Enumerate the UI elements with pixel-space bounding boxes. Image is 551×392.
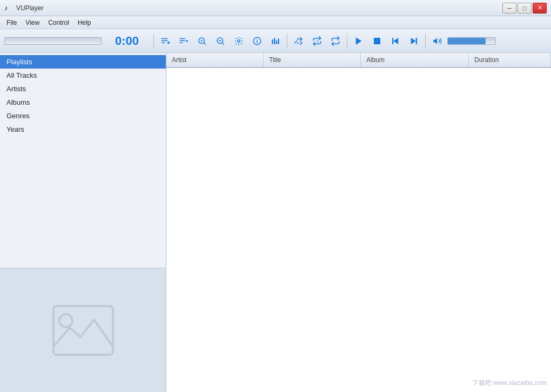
svg-rect-1 xyxy=(162,40,168,41)
svg-marker-31 xyxy=(433,38,437,44)
svg-rect-32 xyxy=(53,306,113,355)
stop-icon xyxy=(372,36,382,46)
app-title: VUPlayer xyxy=(16,4,44,12)
svg-rect-2 xyxy=(162,42,166,43)
sidebar-item-all-tracks[interactable]: All Tracks xyxy=(0,69,166,82)
svg-point-16 xyxy=(238,39,240,42)
menu-control[interactable]: Control xyxy=(44,18,73,28)
svg-rect-8 xyxy=(186,39,187,42)
column-title: Title xyxy=(264,53,361,67)
svg-rect-22 xyxy=(276,40,277,44)
add-playlist-icon xyxy=(179,36,189,46)
playlist-button[interactable] xyxy=(157,33,173,49)
toolbar-separator-3 xyxy=(347,33,347,49)
left-panel: Playlists All Tracks Artists Albums Genr… xyxy=(0,53,166,392)
zoom-out-button[interactable] xyxy=(212,33,229,49)
zoom-in-icon xyxy=(197,36,207,46)
next-button[interactable] xyxy=(406,33,422,49)
next-icon xyxy=(409,36,419,46)
volume-button[interactable] xyxy=(429,33,445,49)
sidebar-item-years[interactable]: Years xyxy=(0,123,166,136)
svg-marker-25 xyxy=(356,37,362,45)
album-art-placeholder xyxy=(51,303,116,357)
svg-line-12 xyxy=(204,43,206,45)
minimize-button[interactable]: ─ xyxy=(502,3,516,13)
playlist-icon xyxy=(160,36,170,46)
svg-rect-5 xyxy=(180,40,186,41)
column-album: Album xyxy=(361,53,469,67)
nav-list: Playlists All Tracks Artists Albums Genr… xyxy=(0,53,166,268)
time-display: 0:00 xyxy=(108,34,146,48)
svg-line-15 xyxy=(222,43,224,45)
svg-text:1: 1 xyxy=(317,39,318,43)
track-header: Artist Title Album Duration xyxy=(166,53,551,68)
svg-marker-29 xyxy=(411,38,416,44)
zoom-in-button[interactable] xyxy=(194,33,210,49)
svg-rect-4 xyxy=(180,38,186,39)
window-controls: ─ □ ✕ xyxy=(502,3,547,13)
play-icon xyxy=(354,36,364,46)
volume-fill xyxy=(448,38,486,44)
settings-icon xyxy=(234,36,244,46)
titlebar-left: ♪ VUPlayer xyxy=(4,4,44,12)
svg-rect-0 xyxy=(162,38,168,39)
toolbar: 0:00 xyxy=(0,29,551,53)
sidebar-item-genres[interactable]: Genres xyxy=(0,109,166,123)
svg-rect-21 xyxy=(274,38,275,44)
info-button[interactable] xyxy=(249,33,265,49)
menu-help[interactable]: Help xyxy=(73,18,96,28)
shuffle-button[interactable] xyxy=(291,33,307,49)
equalizer-icon xyxy=(271,36,280,46)
menu-view[interactable]: View xyxy=(21,18,44,28)
prev-icon xyxy=(391,36,400,46)
menu-file[interactable]: File xyxy=(2,18,21,28)
sidebar-item-playlists[interactable]: Playlists xyxy=(0,55,166,69)
restore-button[interactable]: □ xyxy=(518,3,532,13)
column-artist: Artist xyxy=(166,53,264,67)
prev-button[interactable] xyxy=(387,33,404,49)
svg-rect-23 xyxy=(278,38,279,44)
svg-marker-27 xyxy=(393,38,398,44)
repeat-one-button[interactable]: 1 xyxy=(309,33,325,49)
repeat-icon xyxy=(331,36,340,46)
repeat-button[interactable] xyxy=(327,33,344,49)
album-art-icon xyxy=(51,303,116,357)
app-icon: ♪ xyxy=(4,4,13,12)
shuffle-icon xyxy=(294,36,304,46)
main-content: Playlists All Tracks Artists Albums Genr… xyxy=(0,53,551,392)
sidebar-item-albums[interactable]: Albums xyxy=(0,96,166,109)
toolbar-separator-4 xyxy=(425,33,426,49)
volume-slider[interactable] xyxy=(447,37,496,45)
toolbar-separator-2 xyxy=(287,33,287,49)
album-art-area xyxy=(0,268,166,392)
svg-rect-26 xyxy=(374,38,380,44)
progress-bar[interactable] xyxy=(4,37,102,45)
equalizer-button[interactable] xyxy=(267,33,284,49)
play-button[interactable] xyxy=(351,33,367,49)
titlebar: ♪ VUPlayer ─ □ ✕ xyxy=(0,0,551,16)
stop-button[interactable] xyxy=(369,33,385,49)
zoom-out-icon xyxy=(216,36,225,46)
info-icon xyxy=(252,36,262,46)
volume-icon xyxy=(432,36,442,46)
svg-rect-30 xyxy=(416,38,417,44)
add-playlist-button[interactable] xyxy=(176,33,192,49)
toolbar-separator-1 xyxy=(153,33,154,49)
svg-rect-28 xyxy=(392,38,393,44)
repeat-one-icon: 1 xyxy=(312,36,322,46)
svg-rect-20 xyxy=(272,39,273,44)
svg-point-33 xyxy=(59,314,72,327)
sidebar-item-artists[interactable]: Artists xyxy=(0,82,166,96)
track-body[interactable] xyxy=(166,68,551,392)
settings-button[interactable] xyxy=(231,33,247,49)
close-button[interactable]: ✕ xyxy=(533,3,547,13)
menubar: File View Control Help xyxy=(0,16,551,29)
column-duration: Duration xyxy=(469,53,551,67)
svg-marker-3 xyxy=(168,41,171,44)
track-panel: Artist Title Album Duration xyxy=(166,53,551,392)
svg-rect-6 xyxy=(180,42,183,43)
